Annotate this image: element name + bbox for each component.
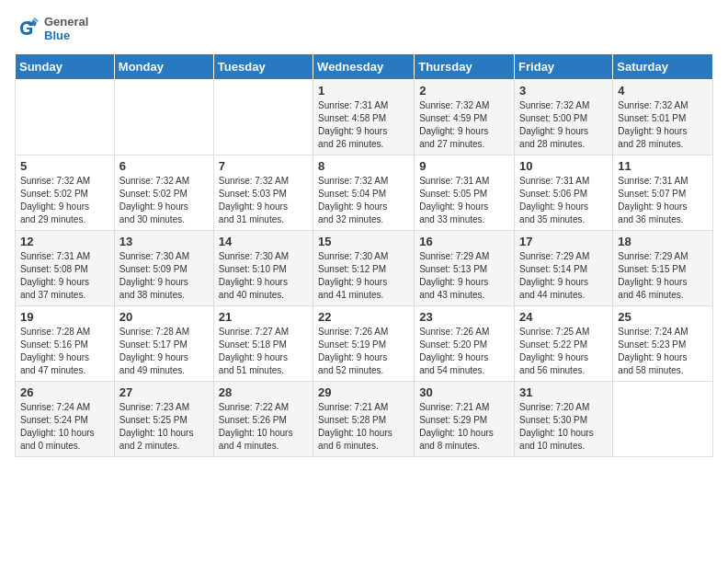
day-number: 14 xyxy=(219,235,308,248)
day-number: 8 xyxy=(318,159,409,173)
day-info: Sunrise: 7:26 AM Sunset: 5:19 PM Dayligh… xyxy=(318,326,409,377)
day-info: Sunrise: 7:31 AM Sunset: 5:07 PM Dayligh… xyxy=(618,175,708,226)
day-info: Sunrise: 7:32 AM Sunset: 5:01 PM Dayligh… xyxy=(618,99,708,151)
day-info: Sunrise: 7:31 AM Sunset: 4:58 PM Dayligh… xyxy=(318,99,409,151)
day-number: 26 xyxy=(20,385,109,399)
day-number: 20 xyxy=(119,310,209,324)
day-info: Sunrise: 7:31 AM Sunset: 5:06 PM Dayligh… xyxy=(519,175,608,226)
logo-icon xyxy=(15,16,40,41)
calendar-cell: 9Sunrise: 7:31 AM Sunset: 5:05 PM Daylig… xyxy=(415,155,515,231)
day-info: Sunrise: 7:20 AM Sunset: 5:30 PM Dayligh… xyxy=(519,401,608,453)
weekday-header-thursday: Thursday xyxy=(415,54,515,80)
calendar-cell: 29Sunrise: 7:21 AM Sunset: 5:28 PM Dayli… xyxy=(313,382,415,457)
calendar-cell: 20Sunrise: 7:28 AM Sunset: 5:17 PM Dayli… xyxy=(114,306,213,382)
day-number: 28 xyxy=(219,385,308,399)
day-info: Sunrise: 7:32 AM Sunset: 5:02 PM Dayligh… xyxy=(20,175,109,226)
day-info: Sunrise: 7:26 AM Sunset: 5:20 PM Dayligh… xyxy=(419,326,509,377)
day-info: Sunrise: 7:28 AM Sunset: 5:16 PM Dayligh… xyxy=(20,326,109,377)
calendar-cell xyxy=(16,80,115,155)
calendar-cell: 22Sunrise: 7:26 AM Sunset: 5:19 PM Dayli… xyxy=(313,306,415,382)
day-info: Sunrise: 7:31 AM Sunset: 5:05 PM Dayligh… xyxy=(419,175,509,226)
day-number: 4 xyxy=(618,84,708,98)
day-number: 23 xyxy=(419,310,509,324)
calendar-cell: 30Sunrise: 7:21 AM Sunset: 5:29 PM Dayli… xyxy=(415,382,515,457)
calendar-cell: 11Sunrise: 7:31 AM Sunset: 5:07 PM Dayli… xyxy=(613,155,713,231)
calendar-cell: 12Sunrise: 7:31 AM Sunset: 5:08 PM Dayli… xyxy=(16,231,115,306)
calendar-cell: 19Sunrise: 7:28 AM Sunset: 5:16 PM Dayli… xyxy=(16,306,115,382)
day-number: 12 xyxy=(20,235,109,248)
calendar-cell: 26Sunrise: 7:24 AM Sunset: 5:24 PM Dayli… xyxy=(16,382,115,457)
day-number: 2 xyxy=(419,84,509,98)
day-info: Sunrise: 7:23 AM Sunset: 5:25 PM Dayligh… xyxy=(119,401,209,453)
day-number: 5 xyxy=(20,159,109,173)
weekday-header-wednesday: Wednesday xyxy=(313,54,415,80)
day-info: Sunrise: 7:32 AM Sunset: 5:02 PM Dayligh… xyxy=(119,175,209,226)
day-info: Sunrise: 7:24 AM Sunset: 5:24 PM Dayligh… xyxy=(20,401,109,453)
day-info: Sunrise: 7:32 AM Sunset: 5:00 PM Dayligh… xyxy=(519,99,608,151)
day-number: 15 xyxy=(318,235,409,248)
calendar-cell: 21Sunrise: 7:27 AM Sunset: 5:18 PM Dayli… xyxy=(213,306,313,382)
day-info: Sunrise: 7:24 AM Sunset: 5:23 PM Dayligh… xyxy=(618,326,708,377)
day-number: 17 xyxy=(519,235,608,248)
day-number: 24 xyxy=(519,310,608,324)
day-number: 25 xyxy=(618,310,708,324)
weekday-header-saturday: Saturday xyxy=(613,54,713,80)
day-number: 31 xyxy=(519,385,608,399)
day-number: 10 xyxy=(519,159,608,173)
calendar-cell: 3Sunrise: 7:32 AM Sunset: 5:00 PM Daylig… xyxy=(515,80,613,155)
weekday-header-monday: Monday xyxy=(114,54,213,80)
calendar-cell: 2Sunrise: 7:32 AM Sunset: 4:59 PM Daylig… xyxy=(415,80,515,155)
day-number: 1 xyxy=(318,84,409,98)
calendar-cell: 5Sunrise: 7:32 AM Sunset: 5:02 PM Daylig… xyxy=(16,155,115,231)
calendar-cell: 24Sunrise: 7:25 AM Sunset: 5:22 PM Dayli… xyxy=(515,306,613,382)
day-number: 7 xyxy=(219,159,308,173)
day-info: Sunrise: 7:32 AM Sunset: 5:03 PM Dayligh… xyxy=(219,175,308,226)
calendar-cell: 31Sunrise: 7:20 AM Sunset: 5:30 PM Dayli… xyxy=(515,382,613,457)
day-info: Sunrise: 7:32 AM Sunset: 5:04 PM Dayligh… xyxy=(318,175,409,226)
calendar-cell: 25Sunrise: 7:24 AM Sunset: 5:23 PM Dayli… xyxy=(613,306,713,382)
day-number: 9 xyxy=(419,159,509,173)
logo-text: General Blue xyxy=(44,15,88,42)
calendar-cell xyxy=(114,80,213,155)
day-number: 30 xyxy=(419,385,509,399)
calendar-cell: 23Sunrise: 7:26 AM Sunset: 5:20 PM Dayli… xyxy=(415,306,515,382)
calendar-cell: 27Sunrise: 7:23 AM Sunset: 5:25 PM Dayli… xyxy=(114,382,213,457)
day-info: Sunrise: 7:31 AM Sunset: 5:08 PM Dayligh… xyxy=(20,250,109,302)
calendar-cell xyxy=(213,80,313,155)
calendar-cell: 18Sunrise: 7:29 AM Sunset: 5:15 PM Dayli… xyxy=(613,231,713,306)
day-info: Sunrise: 7:27 AM Sunset: 5:18 PM Dayligh… xyxy=(219,326,308,377)
weekday-header-friday: Friday xyxy=(515,54,613,80)
calendar-cell: 16Sunrise: 7:29 AM Sunset: 5:13 PM Dayli… xyxy=(415,231,515,306)
day-info: Sunrise: 7:32 AM Sunset: 4:59 PM Dayligh… xyxy=(419,99,509,151)
day-number: 19 xyxy=(20,310,109,324)
day-info: Sunrise: 7:22 AM Sunset: 5:26 PM Dayligh… xyxy=(219,401,308,453)
calendar-cell: 14Sunrise: 7:30 AM Sunset: 5:10 PM Dayli… xyxy=(213,231,313,306)
calendar-cell xyxy=(613,382,713,457)
day-number: 16 xyxy=(419,235,509,248)
day-info: Sunrise: 7:28 AM Sunset: 5:17 PM Dayligh… xyxy=(119,326,209,377)
day-info: Sunrise: 7:29 AM Sunset: 5:14 PM Dayligh… xyxy=(519,250,608,302)
day-info: Sunrise: 7:30 AM Sunset: 5:09 PM Dayligh… xyxy=(119,250,209,302)
day-info: Sunrise: 7:29 AM Sunset: 5:13 PM Dayligh… xyxy=(419,250,509,302)
day-number: 18 xyxy=(618,235,708,248)
day-number: 22 xyxy=(318,310,409,324)
day-info: Sunrise: 7:30 AM Sunset: 5:12 PM Dayligh… xyxy=(318,250,409,302)
weekday-header-tuesday: Tuesday xyxy=(213,54,313,80)
weekday-header-sunday: Sunday xyxy=(16,54,115,80)
day-number: 27 xyxy=(119,385,209,399)
calendar-cell: 7Sunrise: 7:32 AM Sunset: 5:03 PM Daylig… xyxy=(213,155,313,231)
day-info: Sunrise: 7:25 AM Sunset: 5:22 PM Dayligh… xyxy=(519,326,608,377)
calendar-cell: 28Sunrise: 7:22 AM Sunset: 5:26 PM Dayli… xyxy=(213,382,313,457)
calendar-cell: 1Sunrise: 7:31 AM Sunset: 4:58 PM Daylig… xyxy=(313,80,415,155)
day-number: 6 xyxy=(119,159,209,173)
calendar-cell: 13Sunrise: 7:30 AM Sunset: 5:09 PM Dayli… xyxy=(114,231,213,306)
day-info: Sunrise: 7:30 AM Sunset: 5:10 PM Dayligh… xyxy=(219,250,308,302)
calendar-table: SundayMondayTuesdayWednesdayThursdayFrid… xyxy=(15,53,713,457)
day-number: 29 xyxy=(318,385,409,399)
day-info: Sunrise: 7:29 AM Sunset: 5:15 PM Dayligh… xyxy=(618,250,708,302)
day-info: Sunrise: 7:21 AM Sunset: 5:28 PM Dayligh… xyxy=(318,401,409,453)
day-number: 13 xyxy=(119,235,209,248)
calendar-cell: 6Sunrise: 7:32 AM Sunset: 5:02 PM Daylig… xyxy=(114,155,213,231)
calendar-cell: 8Sunrise: 7:32 AM Sunset: 5:04 PM Daylig… xyxy=(313,155,415,231)
calendar-cell: 10Sunrise: 7:31 AM Sunset: 5:06 PM Dayli… xyxy=(515,155,613,231)
